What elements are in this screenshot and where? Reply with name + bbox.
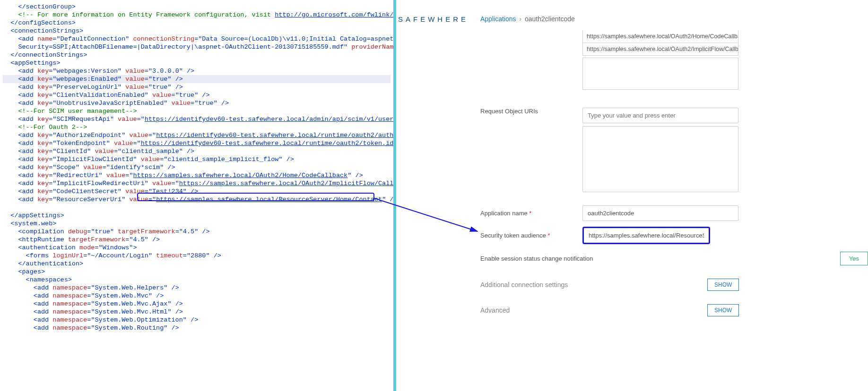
redirect-uri-list[interactable]: https://samples.safewhere.local/OAuth2/H… (582, 30, 738, 56)
request-object-uri-box[interactable] (582, 126, 738, 192)
breadcrumb-parent[interactable]: Applications (480, 15, 516, 23)
list-item[interactable]: https://samples.safewhere.local/OAuth2/I… (583, 43, 738, 55)
security-token-audience-label: Security token audience * (480, 232, 582, 239)
code-editor[interactable]: </sectionGroup> <!-- For more informatio… (0, 0, 393, 391)
request-object-uris-label: Request Object URIs (480, 108, 582, 115)
additional-show-button[interactable]: SHOW (707, 279, 739, 291)
settings-panel: SAFEWHERE Applications › oauth2clientcod… (396, 0, 868, 391)
security-token-audience-input[interactable] (582, 227, 710, 244)
application-name-input[interactable] (582, 205, 738, 221)
list-item[interactable]: https://samples.safewhere.local/OAuth2/H… (583, 30, 738, 43)
session-yes-button[interactable]: Yes (840, 252, 868, 265)
redirect-uri-empty-box[interactable] (582, 58, 738, 90)
application-name-label: Application name * (480, 210, 582, 217)
additional-settings-title: Additional connection settings (480, 281, 707, 289)
code-content: </sectionGroup> <!-- For more informatio… (0, 0, 393, 335)
brand-logo: SAFEWHERE (398, 15, 469, 23)
session-notification-label: Enable session status change notificatio… (480, 255, 613, 262)
breadcrumb-current: oauth2clientcode (525, 15, 575, 23)
breadcrumb: Applications › oauth2clientcode (480, 15, 575, 23)
advanced-show-button[interactable]: SHOW (707, 304, 739, 316)
request-object-uri-input[interactable] (582, 108, 738, 123)
advanced-title: Advanced (480, 306, 707, 314)
